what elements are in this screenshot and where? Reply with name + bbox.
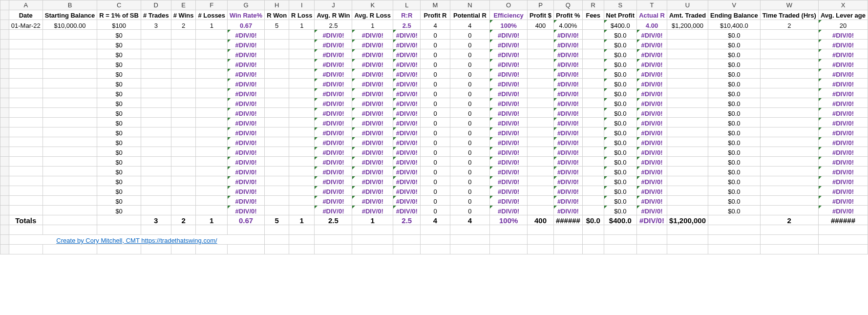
- cell-G[interactable]: 0.67: [228, 20, 265, 30]
- cell-T[interactable]: #DIV/0!: [637, 79, 667, 88]
- cell-D[interactable]: [141, 79, 171, 88]
- cell-A[interactable]: Totals: [9, 215, 42, 225]
- cell-R[interactable]: $0.0: [582, 215, 604, 225]
- cell-N[interactable]: 0: [450, 147, 490, 157]
- cell-G[interactable]: Win Rate%: [228, 10, 265, 20]
- cell-U[interactable]: [667, 40, 708, 49]
- cell-O[interactable]: [490, 225, 528, 235]
- cell-A[interactable]: [9, 59, 42, 69]
- cell-A[interactable]: [9, 88, 42, 98]
- cell-I[interactable]: [289, 206, 315, 215]
- cell-W[interactable]: [760, 186, 818, 196]
- cell-N[interactable]: 0: [450, 69, 490, 79]
- cell-Q[interactable]: #DIV/0!: [553, 88, 582, 98]
- cell-I[interactable]: R Loss: [289, 10, 315, 20]
- cell-G[interactable]: #DIV/0!: [228, 137, 265, 147]
- cell-C[interactable]: $0: [97, 59, 141, 69]
- row-header[interactable]: [0, 157, 9, 167]
- cell-M[interactable]: 0: [421, 157, 450, 167]
- cell-K[interactable]: #DIV/0!: [352, 157, 393, 167]
- cell-C[interactable]: $0: [97, 49, 141, 59]
- col-header-B[interactable]: B: [42, 0, 97, 10]
- col-header-U[interactable]: U: [667, 0, 708, 10]
- cell-R[interactable]: [582, 20, 604, 30]
- cell-F[interactable]: [196, 59, 228, 69]
- cell-G[interactable]: #DIV/0!: [228, 49, 265, 59]
- cell-T[interactable]: #DIV/0!: [637, 108, 667, 118]
- cell-U[interactable]: [667, 98, 708, 108]
- cell-T[interactable]: #DIV/0!: [637, 69, 667, 79]
- row-header[interactable]: [0, 215, 9, 225]
- cell-H[interactable]: [265, 79, 289, 88]
- cell-J[interactable]: #DIV/0!: [315, 98, 352, 108]
- cell-G[interactable]: #DIV/0!: [228, 88, 265, 98]
- cell-C[interactable]: $0: [97, 40, 141, 49]
- cell-C[interactable]: $0: [97, 88, 141, 98]
- cell-D[interactable]: [141, 186, 171, 196]
- cell-F[interactable]: 1: [196, 20, 228, 30]
- cell-G[interactable]: #DIV/0!: [228, 59, 265, 69]
- cell-J[interactable]: #DIV/0!: [315, 167, 352, 176]
- cell-K[interactable]: #DIV/0!: [352, 137, 393, 147]
- cell-H[interactable]: [265, 196, 289, 206]
- cell-P[interactable]: [528, 186, 554, 196]
- cell-D[interactable]: # Trades: [141, 10, 171, 20]
- cell-E[interactable]: [171, 137, 196, 147]
- cell-D[interactable]: [141, 40, 171, 49]
- cell-M[interactable]: 0: [421, 147, 450, 157]
- cell-R[interactable]: [582, 98, 604, 108]
- cell-U[interactable]: [667, 196, 708, 206]
- cell-G[interactable]: [228, 225, 265, 235]
- cell-I[interactable]: [289, 88, 315, 98]
- cell-M[interactable]: 0: [421, 127, 450, 137]
- cell-F[interactable]: [196, 88, 228, 98]
- cell-U[interactable]: [667, 88, 708, 98]
- cell-I[interactable]: [289, 69, 315, 79]
- cell-S[interactable]: $400.0: [604, 20, 637, 30]
- cell-O[interactable]: Efficiency: [490, 10, 528, 20]
- cell-N[interactable]: [450, 225, 490, 235]
- cell-M[interactable]: 0: [421, 186, 450, 196]
- cell-H[interactable]: [265, 49, 289, 59]
- cell-M[interactable]: 0: [421, 118, 450, 127]
- cell-P[interactable]: [528, 30, 554, 40]
- cell-W[interactable]: [760, 79, 818, 88]
- cell-E[interactable]: # Wins: [171, 10, 196, 20]
- cell-H[interactable]: [265, 108, 289, 118]
- cell-O[interactable]: #DIV/0!: [490, 49, 528, 59]
- cell-C[interactable]: R = 1% of SB: [97, 10, 141, 20]
- cell-Q[interactable]: #DIV/0!: [553, 69, 582, 79]
- cell-F[interactable]: [196, 245, 228, 254]
- cell-T[interactable]: #DIV/0!: [637, 176, 667, 186]
- cell-Q[interactable]: #DIV/0!: [553, 59, 582, 69]
- cell-N[interactable]: 0: [450, 157, 490, 167]
- cell-S[interactable]: Net Profit: [604, 10, 637, 20]
- cell-W[interactable]: [760, 167, 818, 176]
- cell-P[interactable]: [528, 196, 554, 206]
- cell-W[interactable]: [760, 225, 818, 235]
- cell-K[interactable]: #DIV/0!: [352, 127, 393, 137]
- cell-L[interactable]: #DIV/0!: [393, 98, 421, 108]
- row-header[interactable]: [0, 118, 9, 127]
- cell-J[interactable]: 2.5: [315, 20, 352, 30]
- cell-R[interactable]: [582, 30, 604, 40]
- cell-I[interactable]: 1: [289, 215, 315, 225]
- cell-J[interactable]: #DIV/0!: [315, 118, 352, 127]
- cell-L[interactable]: #DIV/0!: [393, 186, 421, 196]
- cell-T[interactable]: Actual R: [637, 10, 667, 20]
- cell-D[interactable]: [141, 206, 171, 215]
- cell-K[interactable]: #DIV/0!: [352, 147, 393, 157]
- cell-H[interactable]: [265, 147, 289, 157]
- row-header[interactable]: [0, 20, 9, 30]
- cell-L[interactable]: #DIV/0!: [393, 147, 421, 157]
- cell-C[interactable]: $0: [97, 186, 141, 196]
- cell-A[interactable]: [9, 108, 42, 118]
- cell-B[interactable]: [42, 167, 97, 176]
- cell-X[interactable]: #DIV/0!: [818, 49, 868, 59]
- cell-O[interactable]: #DIV/0!: [490, 79, 528, 88]
- cell-O[interactable]: #DIV/0!: [490, 40, 528, 49]
- cell-W[interactable]: [760, 147, 818, 157]
- cell-R[interactable]: Fees: [582, 10, 604, 20]
- cell-S[interactable]: $0.0: [604, 30, 637, 40]
- cell-J[interactable]: #DIV/0!: [315, 49, 352, 59]
